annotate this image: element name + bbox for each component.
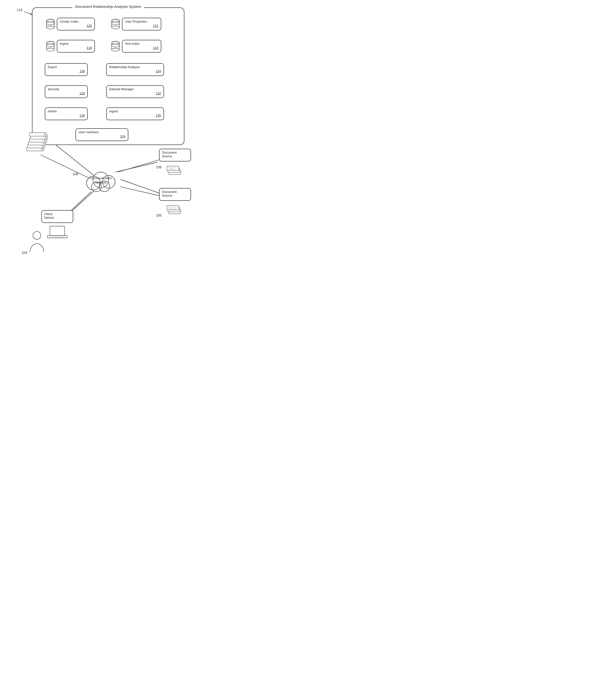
document-source-bottom: DocumentSource xyxy=(159,188,191,216)
laptop-icon xyxy=(46,225,68,240)
doc-stack-top-icon xyxy=(166,163,184,176)
svg-line-48 xyxy=(121,187,164,197)
diagram-container: 110 Document Relationship Analysis Syste… xyxy=(0,0,246,283)
svg-rect-63 xyxy=(167,166,179,171)
ref-104-label: 104 xyxy=(22,251,27,255)
ref-106-top-label: 106 xyxy=(156,165,162,169)
ref-108-label: 108 xyxy=(72,172,78,176)
svg-point-77 xyxy=(33,232,41,239)
svg-rect-74 xyxy=(47,235,67,238)
svg-rect-73 xyxy=(50,226,65,235)
ref-106-bottom-label: 106 xyxy=(156,213,162,217)
doc-stack-bottom-icon xyxy=(166,202,184,216)
document-source-top: DocumentSource xyxy=(159,149,191,176)
person-icon xyxy=(27,231,47,256)
comm-network-label: Communication Network xyxy=(86,176,116,185)
svg-rect-69 xyxy=(167,206,179,210)
